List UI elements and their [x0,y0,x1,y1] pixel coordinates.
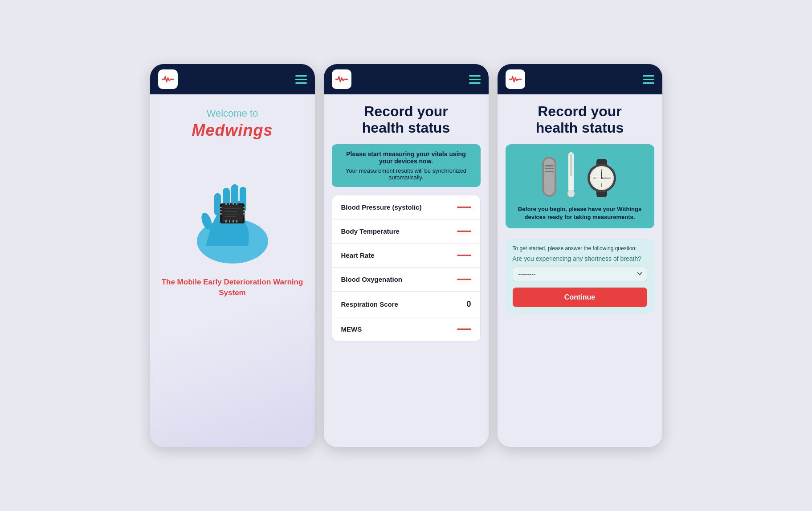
svg-rect-11 [243,207,245,208]
screen1-logo [158,69,178,89]
info-box: Please start measuring your vitals using… [332,144,481,187]
vital-name-mews: MEWS [341,325,362,333]
info-sub-text: Your measurement results will be synchro… [340,167,473,181]
svg-rect-7 [222,205,243,222]
svg-rect-16 [233,203,234,205]
screen1-navbar [150,64,315,94]
vital-row-blood-pressure: Blood Pressure (systolic) [332,195,480,219]
screen3-navbar [498,64,662,94]
screen1-body: Welcome to Medwings [150,94,315,447]
svg-rect-4 [214,193,221,215]
vital-dash-heart-rate [457,255,471,256]
continue-button[interactable]: Continue [513,288,647,307]
record-title: Record your health status [332,103,481,136]
vital-name-blood-pressure: Blood Pressure (systolic) [341,203,422,211]
svg-rect-33 [570,154,572,176]
screen3-frame: Record your health status [498,64,662,447]
svg-rect-13 [243,213,245,215]
svg-point-32 [567,190,575,197]
info-main-text: Please start measuring your vitals using… [340,150,473,165]
vital-row-blood-oxy: Blood Oxygenation [332,268,480,292]
vital-name-blood-oxy: Blood Oxygenation [341,276,403,283]
shortness-select[interactable]: --------- Yes No [513,267,647,281]
svg-rect-27 [544,158,555,195]
app-name: Medwings [192,121,273,140]
svg-rect-29 [545,168,554,169]
svg-rect-20 [233,220,234,223]
devices-box: Before you begin, please have your Withi… [506,144,654,228]
svg-rect-8 [219,207,222,208]
screen1-frame: Welcome to Medwings [150,64,315,447]
svg-rect-15 [229,203,230,205]
svg-point-45 [601,177,603,179]
svg-rect-21 [236,220,237,223]
hamburger-icon[interactable] [469,75,481,84]
hero-illustration [175,152,290,268]
svg-rect-12 [243,210,245,211]
vital-row-body-temp: Body Temperature [332,219,480,243]
screen3-record-title: Record your health status [506,103,654,136]
vital-row-respiration: Respiration Score 0 [332,292,480,317]
vital-dash-body-temp [457,231,471,232]
screen2-body: Record your health status Please start m… [324,94,489,447]
vitals-list: Blood Pressure (systolic) Body Temperatu… [332,195,481,341]
vital-row-heart-rate: Heart Rate [332,243,480,268]
welcome-text: Welcome to [207,108,258,119]
vital-dash-blood-oxy [457,279,471,280]
screen2-logo [332,69,351,89]
svg-rect-18 [225,220,227,223]
vital-value-respiration: 0 [466,300,471,309]
question-text: Are you experiencing any shortness of br… [513,255,647,262]
svg-rect-17 [236,203,237,205]
hamburger-icon[interactable] [643,75,654,84]
screen2-frame: Record your health status Please start m… [324,64,489,447]
svg-rect-10 [219,213,222,215]
svg-rect-19 [229,220,230,223]
svg-rect-30 [545,171,554,172]
vital-name-body-temp: Body Temperature [341,227,400,235]
tagline-text: The Mobile Early Deterioration Warning S… [159,277,306,298]
vital-dash-blood-pressure [457,207,471,208]
screens-container: Welcome to Medwings [150,64,662,447]
question-prompt: To get started, please answer the follow… [513,245,647,251]
screen3-body: Record your health status [498,94,662,447]
vital-dash-mews [457,328,471,330]
screen2-navbar [324,64,489,94]
devices-caption: Before you begin, please have your Withi… [513,205,647,221]
device-watch [584,158,620,200]
svg-rect-9 [219,210,222,211]
svg-rect-14 [225,203,227,205]
devices-icons [540,151,620,200]
vital-name-heart-rate: Heart Rate [341,251,375,259]
device-pill [540,156,558,200]
device-slim [566,151,576,200]
svg-rect-28 [545,165,554,166]
vital-row-mews: MEWS [332,317,480,341]
question-section: To get started, please answer the follow… [506,239,654,313]
hamburger-icon[interactable] [295,75,307,84]
vital-name-respiration: Respiration Score [341,300,398,308]
screen3-logo [506,69,525,89]
